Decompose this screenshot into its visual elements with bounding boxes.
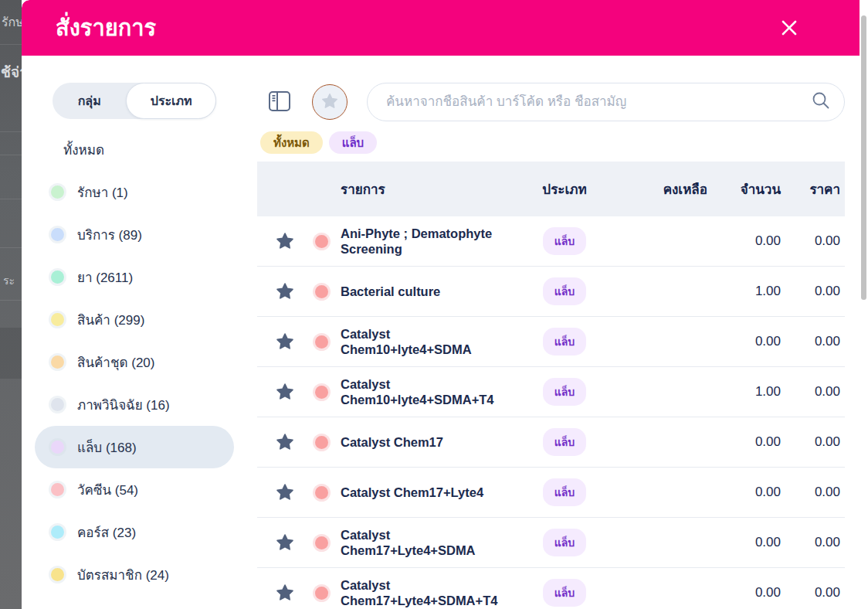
item-price: 0.00 [781,485,840,500]
favorite-star-icon[interactable] [268,332,302,352]
item-price: 0.00 [781,233,840,249]
category-dot [51,483,64,496]
item-quantity: 0.00 [707,334,781,349]
header-quantity: จำนวน [707,179,781,199]
backdrop-divider [0,155,22,155]
category-dot [51,270,64,284]
star-icon [320,92,339,113]
sidebar-item-treatment[interactable]: รักษา (1) [35,171,234,213]
sidebar-item-label: รักษา (1) [77,182,128,202]
chip-lab[interactable]: แล็บ [329,131,377,154]
close-button[interactable] [780,19,798,38]
table-row[interactable]: Catalyst Chem17+Lyte4+SDMA แล็บ 0.00 0.0… [257,518,845,568]
sidebar-item-member-card[interactable]: บัตรสมาชิก (24) [35,553,234,596]
table-row[interactable]: Catalyst Chem10+lyte4+SDMA+T4 แล็บ 1.00 … [257,367,845,417]
table-row[interactable]: Catalyst Chem17+Lyte4 แล็บ 0.00 0.00 [257,468,845,518]
table-row[interactable]: Catalyst Chem17 แล็บ 0.00 0.00 [257,417,845,468]
item-quantity: 0.00 [707,233,781,249]
item-type-badge: แล็บ [543,328,587,356]
item-quantity: 0.00 [707,434,781,450]
modal-title: สั่งรายการ [56,10,156,46]
scrollbar-thumb[interactable] [861,15,866,300]
item-type-badge: แล็บ [543,579,587,607]
item-name: Catalyst Chem17+Lyte4 [341,485,507,500]
backdrop-text-fragment: ช้จ่า [1,60,22,83]
sidebar-item-vaccine[interactable]: วัคซีน (54) [35,468,234,511]
sidebar-item-all[interactable]: ทั้งหมด [35,128,234,171]
item-quantity: 0.00 [707,535,781,550]
table-row[interactable]: Catalyst Chem10+lyte4+SDMA แล็บ 0.00 0.0… [257,317,845,367]
group-type-toggle: กลุ่ม ประเภท [53,83,216,119]
backdrop-divider [0,199,22,199]
backdrop-divider [0,44,22,45]
sidebar-item-service[interactable]: บริการ (89) [35,213,234,256]
item-color-dot [315,486,328,499]
item-color-dot [315,436,328,449]
item-price: 0.00 [781,284,840,299]
close-icon [781,19,798,39]
category-dot [51,356,64,369]
layout-toggle-button[interactable] [266,88,293,116]
sidebar-item-product-set[interactable]: สินค้าชุด (20) [35,341,234,383]
item-name: Bacterial culture [341,284,507,299]
sidebar-item-medicine[interactable]: ยา (2611) [35,256,234,298]
header-price: ราคา [781,179,840,199]
sidebar-item-imaging[interactable]: ภาพวินิจฉัย (16) [35,383,234,426]
item-type-badge: แล็บ [543,277,587,305]
scrollbar-track[interactable] [860,0,868,609]
category-sidebar: กลุ่ม ประเภท ทั้งหมด รักษา (1) บริการ (8… [35,83,256,609]
item-quantity: 1.00 [707,384,781,400]
category-dot [51,568,64,581]
chip-all[interactable]: ทั้งหมด [260,131,323,154]
sidebar-item-lab[interactable]: แล็บ (168) [35,426,234,468]
favorite-star-icon[interactable] [268,432,302,452]
search-icon[interactable] [810,90,832,114]
favorite-star-icon[interactable] [268,382,302,402]
item-color-dot [315,335,328,349]
items-table: รายการ ประเภท คงเหลือ จำนวน ราคา Ani-Phy… [257,162,845,609]
order-items-modal: สั่งรายการ กลุ่ม ประเภท ทั้งหมด รักษา (1… [22,0,868,609]
favorite-star-icon[interactable] [268,281,302,301]
item-color-dot [315,386,328,399]
category-dot [51,398,64,411]
table-row[interactable]: Catalyst Chem17+Lyte4+SDMA+T4 แล็บ 0.00 … [257,568,845,609]
item-name: Catalyst Chem10+lyte4+SDMA+T4 [341,376,507,407]
item-quantity: 0.00 [707,585,781,600]
tab-type[interactable]: ประเภท [126,83,216,119]
item-color-dot [315,285,328,298]
backdrop-text-fragment: รักษ [2,12,22,32]
backdrop-band [0,328,22,379]
favorite-star-icon[interactable] [268,231,302,251]
favorites-filter-button[interactable] [312,84,348,120]
sidebar-item-label: คอร์ส (23) [77,522,136,543]
sidebar-item-product[interactable]: สินค้า (299) [35,298,234,341]
favorite-star-icon[interactable] [268,482,302,502]
table-row[interactable]: Bacterial culture แล็บ 1.00 0.00 [257,267,845,317]
modal-body: กลุ่ม ประเภท ทั้งหมด รักษา (1) บริการ (8… [22,56,868,609]
item-quantity: 0.00 [707,485,781,500]
category-dot [51,313,64,326]
sidebar-item-label: บริการ (89) [77,224,142,245]
item-type-badge: แล็บ [543,478,587,506]
sidebar-item-label: ภาพวินิจฉัย (16) [77,394,170,415]
category-dot [51,526,64,539]
table-row[interactable]: Ani-Phyte ; Dematophyte Screening แล็บ 0… [257,216,845,267]
item-name: Catalyst Chem17 [341,434,507,450]
item-name: Catalyst Chem10+lyte4+SDMA [341,326,507,357]
modal-header: สั่งรายการ [22,0,860,56]
favorite-star-icon[interactable] [268,532,302,553]
favorite-star-icon[interactable] [268,583,302,603]
item-quantity: 1.00 [707,284,781,299]
search-input[interactable] [386,94,810,110]
item-type-badge: แล็บ [543,378,587,406]
sidebar-item-label: ยา (2611) [77,267,133,287]
item-price: 0.00 [781,535,840,550]
item-price: 0.00 [781,384,840,400]
item-name: Catalyst Chem17+Lyte4+SDMA [341,527,507,558]
item-type-badge: แล็บ [543,227,587,255]
category-dot [51,441,64,454]
sidebar-item-course[interactable]: คอร์ส (23) [35,511,234,553]
header-type: ประเภท [507,179,622,199]
tab-group[interactable]: กลุ่ม [53,83,126,119]
backdrop-divider [0,131,22,132]
